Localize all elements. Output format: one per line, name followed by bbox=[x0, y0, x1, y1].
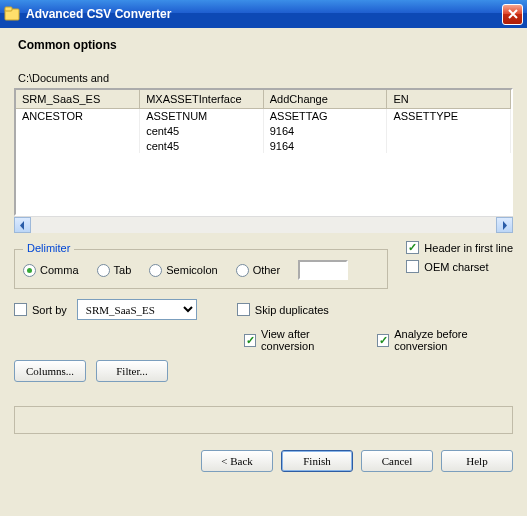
cell bbox=[387, 138, 511, 153]
cell: 9164 bbox=[263, 138, 387, 153]
cell: cent45 bbox=[140, 123, 264, 138]
delimiter-other-input[interactable] bbox=[298, 260, 348, 280]
cell: ASSETTAG bbox=[263, 108, 387, 123]
checkbox-label: View after conversion bbox=[261, 328, 357, 352]
column-header[interactable]: EN bbox=[387, 90, 511, 108]
skip-duplicates-checkbox[interactable]: Skip duplicates bbox=[237, 303, 329, 316]
radio-label: Comma bbox=[40, 264, 79, 276]
checkbox-icon bbox=[14, 303, 27, 316]
checkbox-label: Header in first line bbox=[424, 242, 513, 254]
cell: 9164 bbox=[263, 123, 387, 138]
titlebar: Advanced CSV Converter bbox=[0, 0, 527, 28]
finish-button[interactable]: Finish bbox=[281, 450, 353, 472]
column-header[interactable]: AddChange bbox=[263, 90, 387, 108]
horizontal-scrollbar[interactable] bbox=[14, 216, 513, 233]
checkbox-icon bbox=[406, 241, 419, 254]
back-button[interactable]: < Back bbox=[201, 450, 273, 472]
cell: cent45 bbox=[140, 138, 264, 153]
radio-label: Semicolon bbox=[166, 264, 217, 276]
data-grid[interactable]: SRM_SaaS_ES MXASSETInterface AddChange E… bbox=[14, 88, 513, 216]
header-first-line-checkbox[interactable]: Header in first line bbox=[406, 241, 513, 254]
table-row[interactable]: ANCESTOR ASSETNUM ASSETTAG ASSETTYPE bbox=[16, 108, 511, 123]
checkbox-icon bbox=[406, 260, 419, 273]
delimiter-legend: Delimiter bbox=[23, 242, 74, 254]
checkbox-label: OEM charset bbox=[424, 261, 488, 273]
svg-rect-1 bbox=[5, 7, 12, 11]
column-header[interactable]: SRM_SaaS_ES bbox=[16, 90, 140, 108]
checkbox-label: Skip duplicates bbox=[255, 304, 329, 316]
radio-icon bbox=[23, 264, 36, 277]
radio-icon bbox=[236, 264, 249, 277]
cell: ANCESTOR bbox=[16, 108, 140, 123]
checkbox-label: Analyze before conversion bbox=[394, 328, 513, 352]
scroll-track[interactable] bbox=[31, 217, 496, 233]
radio-label: Tab bbox=[114, 264, 132, 276]
scroll-right-icon[interactable] bbox=[496, 217, 513, 233]
window-title: Advanced CSV Converter bbox=[26, 7, 502, 21]
checkbox-icon bbox=[244, 334, 256, 347]
columns-button[interactable]: Columns... bbox=[14, 360, 86, 382]
close-button[interactable] bbox=[502, 4, 523, 25]
cell bbox=[16, 138, 140, 153]
close-icon bbox=[508, 9, 518, 19]
app-icon bbox=[4, 6, 20, 22]
delimiter-other-radio[interactable]: Other bbox=[236, 264, 281, 277]
page-title: Common options bbox=[14, 38, 513, 52]
cell: ASSETNUM bbox=[140, 108, 264, 123]
analyze-before-checkbox[interactable]: Analyze before conversion bbox=[377, 328, 513, 352]
radio-label: Other bbox=[253, 264, 281, 276]
sort-by-select[interactable]: SRM_SaaS_ES bbox=[77, 299, 197, 320]
delimiter-comma-radio[interactable]: Comma bbox=[23, 264, 79, 277]
table-row[interactable]: cent45 9164 bbox=[16, 123, 511, 138]
status-box bbox=[14, 406, 513, 434]
table-row[interactable]: cent45 9164 bbox=[16, 138, 511, 153]
checkbox-label: Sort by bbox=[32, 304, 67, 316]
checkbox-icon bbox=[237, 303, 250, 316]
oem-charset-checkbox[interactable]: OEM charset bbox=[406, 260, 513, 273]
column-header[interactable]: MXASSETInterface bbox=[140, 90, 264, 108]
help-button[interactable]: Help bbox=[441, 450, 513, 472]
delimiter-group: Delimiter Comma Tab Semicolon Other bbox=[14, 249, 388, 289]
checkbox-icon bbox=[377, 334, 389, 347]
cell bbox=[387, 123, 511, 138]
filter-button[interactable]: Filter... bbox=[96, 360, 168, 382]
radio-icon bbox=[97, 264, 110, 277]
cell bbox=[16, 123, 140, 138]
delimiter-tab-radio[interactable]: Tab bbox=[97, 264, 132, 277]
file-path-label: C:\Documents and bbox=[18, 72, 513, 84]
delimiter-semicolon-radio[interactable]: Semicolon bbox=[149, 264, 217, 277]
radio-icon bbox=[149, 264, 162, 277]
view-after-checkbox[interactable]: View after conversion bbox=[244, 328, 357, 352]
cell: ASSETTYPE bbox=[387, 108, 511, 123]
cancel-button[interactable]: Cancel bbox=[361, 450, 433, 472]
sort-by-checkbox[interactable]: Sort by bbox=[14, 303, 67, 316]
scroll-left-icon[interactable] bbox=[14, 217, 31, 233]
